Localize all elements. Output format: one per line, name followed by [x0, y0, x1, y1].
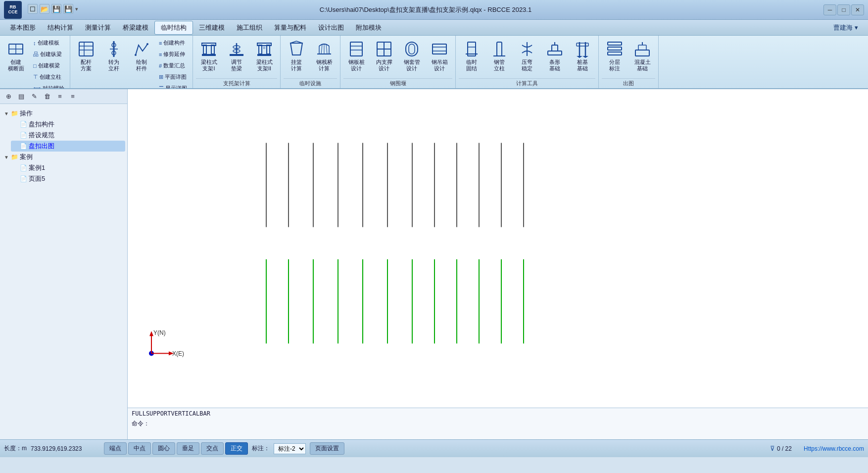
create-component-icon: ≡	[159, 40, 162, 46]
temp-fixed-label: 临时固结	[466, 59, 477, 72]
tree-node-setup-spec[interactable]: 📄 搭设规范	[11, 130, 125, 141]
steel-pile-design-btn[interactable]: 钢板桩设计	[343, 38, 369, 74]
steel-sleeve-label: 钢套管设计	[404, 59, 420, 72]
create-longbeam-btn[interactable]: 品 创建纵梁	[31, 49, 67, 59]
steel-bridge-label: 钢栈桥计算	[316, 59, 333, 72]
menu-3d-modeling[interactable]: 三维建模	[193, 21, 231, 34]
tree-node-disklock-drawing[interactable]: 📄 盘扣出图	[11, 141, 125, 152]
steel-sleeve-design-btn[interactable]: 钢套管设计	[399, 38, 425, 74]
new-item-btn[interactable]: ⊕	[3, 91, 14, 102]
draw-member-btn[interactable]: 绘制杆件	[129, 38, 154, 74]
menu-measurement-calc[interactable]: 测量计算	[79, 21, 117, 34]
command-input[interactable]	[151, 419, 864, 428]
menu-quantity-material[interactable]: 算量与配料	[268, 21, 312, 34]
create-component-label: 创建构件	[163, 39, 185, 47]
svg-line-33	[326, 45, 327, 54]
user-account[interactable]: 曹建海 ▾	[833, 23, 864, 32]
website-link[interactable]: Https://www.rbcce.com	[804, 445, 864, 452]
pile-foundation-btn[interactable]: 桩基基础	[570, 38, 595, 74]
canvas-area[interactable]: Y(N) X(E) FULLSUPPORTVERTICALBAR 命令：	[128, 89, 868, 439]
tree-node-page5[interactable]: 📄 页面5	[11, 173, 125, 184]
create-cross-section-btn[interactable]: 创建横断面	[3, 38, 29, 74]
snap-midpoint-btn[interactable]: 中点	[128, 442, 151, 455]
steel-box-design-btn[interactable]: 钢吊箱设计	[427, 38, 452, 74]
edit-item-btn[interactable]: ✎	[29, 91, 40, 102]
beam-col-1-btn[interactable]: 梁柱式支架I	[196, 38, 222, 74]
ribbon: 创建横断面 ↕ 创建模板 品 创建纵梁 □ 创建横梁 ⊤ 创建立柱	[0, 36, 868, 89]
close-button[interactable]: ✕	[851, 4, 864, 15]
quick-access-toolbar: ☐ 📂 💾 💾 ▾	[28, 4, 82, 14]
page-settings-btn[interactable]: 页面设置	[310, 442, 344, 455]
menu-design-drawing[interactable]: 设计出图	[312, 21, 350, 34]
trim-extend-btn[interactable]: ≡ 修剪延伸	[156, 49, 190, 59]
svg-rect-53	[548, 51, 562, 55]
tree-node-disklock-component[interactable]: 📄 盘扣构件	[11, 119, 125, 130]
create-crossbeam-btn[interactable]: □ 创建横梁	[31, 60, 67, 71]
hanging-basket-btn[interactable]: 挂篮计算	[284, 38, 309, 74]
config-plan-btn[interactable]: 配杆方案	[73, 38, 99, 74]
snap-perpendicular-btn[interactable]: 垂足	[177, 442, 199, 455]
steel-sleeve-icon	[403, 40, 421, 58]
menu-structural-calc[interactable]: 结构计算	[42, 21, 79, 34]
inner-support-label: 内支撑设计	[376, 59, 392, 72]
adjust-pad-icon	[228, 40, 245, 58]
list-view-btn[interactable]: ▤	[16, 91, 27, 102]
tree-node-operations[interactable]: ▼ 📁 操作	[2, 108, 125, 119]
plan-detail-btn[interactable]: ⊞ 平面详图	[156, 72, 190, 82]
drawing-canvas[interactable]: Y(N) X(E)	[128, 89, 868, 439]
qa-dropdown[interactable]: ▾	[75, 6, 82, 12]
show-detail-btn[interactable]: ☰ 显示详图	[156, 83, 190, 89]
beam-col-2-btn[interactable]: II 梁柱式支架II	[251, 38, 277, 74]
svg-text:X(E): X(E)	[172, 350, 184, 357]
to-vertical-btn[interactable]: 转为立杆	[101, 38, 127, 74]
adjust-pad-btn[interactable]: 调节垫梁	[224, 38, 249, 74]
steel-box-icon	[431, 40, 448, 58]
layer-annotation-btn[interactable]: 分层标注	[602, 38, 627, 74]
disklock-component-label: 盘扣构件	[29, 120, 54, 129]
menu-temp-structure[interactable]: 临时结构	[154, 21, 193, 35]
tree-node-case1[interactable]: 📄 案例1	[11, 162, 125, 173]
svg-rect-42	[433, 44, 446, 54]
strip-foundation-btn[interactable]: 条形基础	[542, 38, 568, 74]
menu-construction-org[interactable]: 施工组织	[231, 21, 268, 34]
quantity-summary-btn[interactable]: # 数量汇总	[156, 60, 190, 71]
create-column-btn[interactable]: ⊤ 创建立柱	[31, 72, 67, 82]
snap-center-btn[interactable]: 圆心	[152, 442, 175, 455]
compress-bend-icon	[518, 40, 536, 58]
create-component-btn[interactable]: ≡ 创建构件	[156, 38, 190, 48]
qa-new-btn[interactable]: ☐	[28, 4, 38, 14]
create-column-label: 创建立柱	[40, 73, 61, 81]
menu-addon-modules[interactable]: 附加模块	[350, 21, 387, 34]
steel-bridge-btn[interactable]: 钢栈桥计算	[311, 38, 337, 74]
snap-ortho-btn[interactable]: 正交	[225, 442, 248, 455]
ribbon-group-support-content: 梁柱式支架I 调节垫梁	[196, 38, 277, 77]
inner-support-design-btn[interactable]: 内支撑设计	[371, 38, 397, 74]
qa-save-btn[interactable]: 💾	[51, 4, 61, 14]
delete-item-btn[interactable]: 🗑	[42, 91, 52, 102]
beam-col-2-icon: II	[255, 40, 273, 58]
steel-box-label: 钢吊箱设计	[432, 59, 448, 72]
tree-node-cases[interactable]: ▼ 📁 案例	[2, 152, 125, 162]
compress-bend-btn[interactable]: 压弯稳定	[514, 38, 540, 74]
minimize-button[interactable]: ─	[823, 4, 836, 15]
qa-saveas-btn[interactable]: 💾	[63, 4, 73, 14]
menu-bridge-modeling[interactable]: 桥梁建模	[117, 21, 154, 34]
qa-open-btn[interactable]: 📂	[40, 4, 49, 14]
restore-button[interactable]: □	[837, 4, 850, 15]
move-down-btn[interactable]: ≡	[67, 91, 78, 102]
ribbon-group-drawing: 分层标注 混凝土基础 出图	[599, 36, 659, 88]
create-template-btn[interactable]: ↕ 创建模板	[31, 38, 67, 48]
svg-rect-64	[635, 50, 649, 56]
pipe-column-btn[interactable]: 钢管立柱	[486, 38, 512, 74]
label-select[interactable]: 标注-2 标注-1 标注-3	[274, 443, 306, 454]
temp-fixed-btn[interactable]: 临时固结	[459, 38, 484, 74]
green-bars-group	[266, 260, 524, 344]
menu-basic-shapes[interactable]: 基本图形	[4, 21, 42, 34]
snap-endpoint-btn[interactable]: 端点	[104, 442, 127, 455]
snap-intersection-btn[interactable]: 交点	[201, 442, 224, 455]
create-column-icon: ⊤	[33, 74, 38, 80]
create-tie-bolt-btn[interactable]: ⟺ 对拉螺栓	[31, 83, 67, 89]
move-up-btn[interactable]: ≡	[54, 91, 65, 102]
concrete-foundation-btn[interactable]: 混凝土基础	[629, 38, 655, 74]
coordinate-axes: Y(N) X(E)	[149, 329, 184, 357]
